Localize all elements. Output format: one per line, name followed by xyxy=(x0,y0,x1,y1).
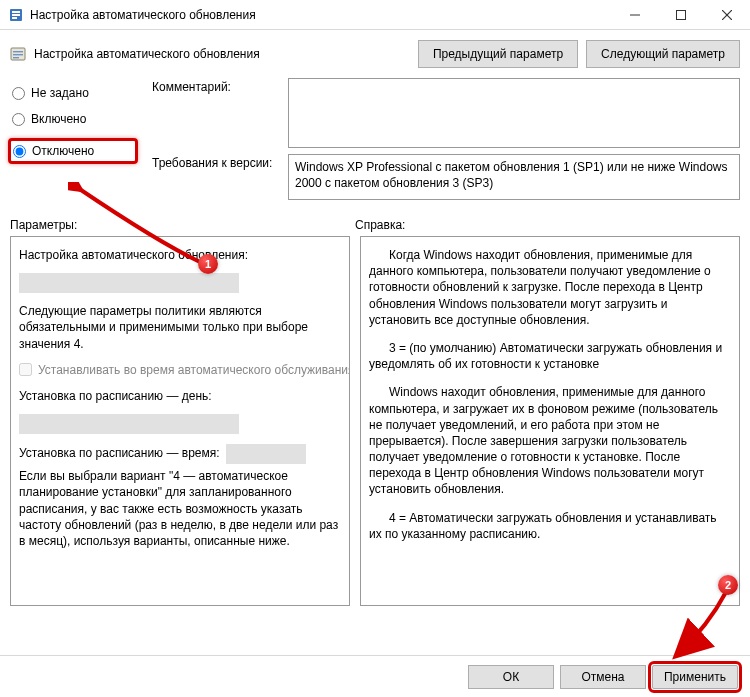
help-panel[interactable]: Когда Windows находит обновления, примен… xyxy=(360,236,740,606)
params-panel[interactable]: Настройка автоматического обновления: Сл… xyxy=(10,236,350,606)
annotation-badge-2: 2 xyxy=(718,575,738,595)
radio-enabled-input[interactable] xyxy=(12,113,25,126)
header-row: Настройка автоматического обновления Пре… xyxy=(0,30,750,74)
maintenance-checkbox-row[interactable]: Устанавливать во время автоматического о… xyxy=(19,362,341,378)
maximize-button[interactable] xyxy=(658,0,704,29)
annotation-badge-1: 1 xyxy=(198,254,218,274)
comment-label: Комментарий: xyxy=(152,78,280,148)
update-config-dropdown[interactable] xyxy=(19,273,239,293)
help-p2: 3 = (по умолчанию) Автоматически загружа… xyxy=(369,340,731,372)
minimize-button[interactable] xyxy=(612,0,658,29)
comment-textarea[interactable] xyxy=(288,78,740,148)
svg-rect-5 xyxy=(677,10,686,19)
maintenance-checkbox-label: Устанавливать во время автоматического о… xyxy=(38,362,350,378)
policy-title: Настройка автоматического обновления xyxy=(34,47,410,61)
panels: Настройка автоматического обновления: Сл… xyxy=(0,236,750,606)
maintenance-checkbox[interactable] xyxy=(19,363,32,376)
window-title: Настройка автоматического обновления xyxy=(30,8,612,22)
bottom-bar: ОК Отмена Применить xyxy=(0,655,750,697)
version-req-text: Windows XP Professional с пакетом обновл… xyxy=(288,154,740,200)
params-title: Настройка автоматического обновления: xyxy=(19,247,341,263)
svg-rect-11 xyxy=(13,57,19,58)
sched-time-label: Установка по расписанию — время: xyxy=(19,446,220,460)
help-label: Справка: xyxy=(355,218,740,232)
svg-rect-2 xyxy=(12,14,20,16)
next-param-button[interactable]: Следующий параметр xyxy=(586,40,740,68)
state-radio-group: Не задано Включено Отключено xyxy=(12,78,132,200)
version-req-label: Требования к версии: xyxy=(152,154,280,200)
policy-icon xyxy=(10,46,26,62)
radio-disabled[interactable]: Отключено xyxy=(8,138,138,164)
svg-rect-1 xyxy=(12,11,20,13)
help-p4: 4 = Автоматически загружать обновления и… xyxy=(369,510,731,542)
prev-param-button[interactable]: Предыдущий параметр xyxy=(418,40,578,68)
params-desc: Следующие параметры политики являются об… xyxy=(19,303,341,352)
close-button[interactable] xyxy=(704,0,750,29)
sched-time-dropdown[interactable] xyxy=(226,444,306,464)
radio-enabled[interactable]: Включено xyxy=(12,112,132,126)
apply-button[interactable]: Применить xyxy=(652,665,738,689)
help-p3: Windows находит обновления, применимые д… xyxy=(369,384,731,497)
title-bar: Настройка автоматического обновления xyxy=(0,0,750,30)
app-icon xyxy=(8,7,24,23)
radio-disabled-label: Отключено xyxy=(32,144,94,158)
params-label: Параметры: xyxy=(10,218,355,232)
radio-not-configured[interactable]: Не задано xyxy=(12,86,132,100)
top-grid: Не задано Включено Отключено Комментарий… xyxy=(0,74,750,200)
radio-disabled-input[interactable] xyxy=(13,145,26,158)
ok-button[interactable]: ОК xyxy=(468,665,554,689)
svg-rect-10 xyxy=(13,54,23,55)
help-p1: Когда Windows находит обновления, примен… xyxy=(369,247,731,328)
svg-rect-3 xyxy=(12,17,17,19)
sched-day-label: Установка по расписанию — день: xyxy=(19,388,341,404)
window-buttons xyxy=(612,0,750,29)
radio-not-configured-label: Не задано xyxy=(31,86,89,100)
cancel-button[interactable]: Отмена xyxy=(560,665,646,689)
radio-enabled-label: Включено xyxy=(31,112,86,126)
radio-not-configured-input[interactable] xyxy=(12,87,25,100)
section-labels: Параметры: Справка: xyxy=(0,200,750,236)
sched-day-dropdown[interactable] xyxy=(19,414,239,434)
params-footer: Если вы выбрали вариант "4 — автоматичес… xyxy=(19,468,341,549)
svg-rect-9 xyxy=(13,51,23,52)
